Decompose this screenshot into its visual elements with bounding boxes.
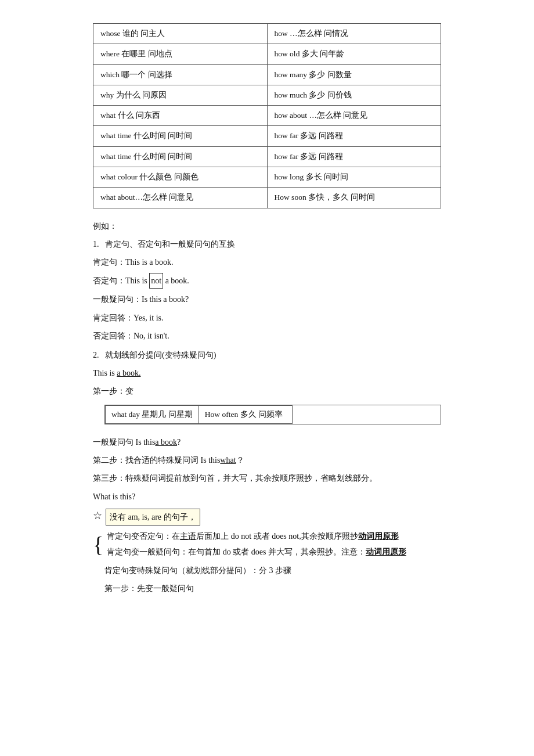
after-brace-line: 肯定句变特殊疑问句（就划线部分提问）：分 3 步骤 [104, 563, 441, 578]
not-boxed: not [149, 273, 163, 289]
table-cell-left: where 在哪里 问地点 [93, 44, 268, 64]
step1-table-wrapper: what day 星期几 问星期 How often 多久 问频率 [104, 402, 441, 431]
section2-example: This is a book. [93, 366, 441, 380]
section2-title-text: 就划线部分提问(变特殊疑问句) [105, 351, 216, 359]
section1-number: 1. [93, 240, 99, 249]
step2-label: 第二步：找合适的特殊疑问词 Is thiswhat？ [93, 453, 441, 467]
step1-table-right: How often 多久 问频率 [199, 405, 292, 423]
sentence-negative: 否定句：This is not a book. [93, 273, 441, 289]
table-cell-left: which 哪一个 问选择 [93, 64, 268, 85]
sentence-affirmative: 肯定句：This is a book. [93, 255, 441, 269]
table-cell-right: How soon 多快，多久 问时间 [267, 188, 441, 208]
subject-underline: 主语 [180, 532, 196, 541]
last-line: 第一步：先变一般疑问句 [104, 581, 441, 596]
section2-title: 2. 就划线部分提问(变特殊疑问句) [93, 348, 441, 362]
brace-section: { 肯定句变否定句：在主语后面加上 do not 或者 does not,其余按… [93, 529, 441, 560]
sentence-no: 否定回答：No, it isn't. [93, 329, 441, 343]
table-cell-left: what time 什么时间 问时间 [93, 146, 268, 167]
step1-inner-table: what day 星期几 问星期 How often 多久 问频率 [104, 405, 441, 424]
table-cell-right: how old 多大 问年龄 [267, 44, 441, 64]
table-cell-right: how …怎么样 问情况 [267, 24, 441, 44]
underlined-a-book-2: a book [155, 438, 177, 447]
step1-sentence: 一般疑问句 Is thisa book? [93, 435, 441, 449]
what-underlined: what [220, 456, 236, 465]
table-cell-right: how long 多长 问时间 [267, 167, 441, 188]
underlined-a-book: a book. [117, 369, 140, 377]
brace-line-2: 肯定句变一般疑问句：在句首加 do 或者 does 并大写，其余照抄。注意：动词… [107, 545, 406, 560]
table-cell-left: whose 谁的 问主人 [93, 24, 268, 44]
brace-content: 肯定句变否定句：在主语后面加上 do not 或者 does not,其余按顺序… [107, 529, 406, 560]
table-cell-right: how far 多远 问路程 [267, 126, 441, 146]
section2-number: 2. [93, 351, 99, 359]
sentence-question: 一般疑问句：Is this a book? [93, 292, 441, 307]
example-label: 例如： [93, 219, 441, 233]
section-2: 2. 就划线部分提问(变特殊疑问句) This is a book. 第一步：变… [93, 348, 441, 504]
step3-label: 第三步：特殊疑问词提前放到句首，并大写，其余按顺序照抄，省略划线部分。 [93, 471, 441, 485]
section1-title-text: 肯定句、否定句和一般疑问句的互换 [105, 240, 235, 249]
table-cell-left: what time 什么时间 问时间 [93, 126, 268, 146]
section-1: 1. 肯定句、否定句和一般疑问句的互换 肯定句：This is a book. … [93, 237, 441, 343]
table-cell-left: what 什么 问东西 [93, 106, 268, 126]
section1-title: 1. 肯定句、否定句和一般疑问句的互换 [93, 237, 441, 251]
brace-symbol: { [93, 529, 103, 560]
star-text: 没有 am, is, are 的句子， [106, 509, 200, 525]
table-cell-left: why 为什么 问原因 [93, 85, 268, 105]
table-cell-right: how many 多少 问数量 [267, 64, 441, 85]
table-cell-right: how about …怎么样 问意见 [267, 106, 441, 126]
table-cell-right: how far 多远 问路程 [267, 146, 441, 167]
star-section: ☆ 没有 am, is, are 的句子， [93, 509, 441, 525]
vocabulary-table: whose 谁的 问主人how …怎么样 问情况where 在哪里 问地点how… [93, 23, 441, 208]
table-cell-left: what about…怎么样 问意见 [93, 188, 268, 208]
brace-line-1: 肯定句变否定句：在主语后面加上 do not 或者 does not,其余按顺序… [107, 529, 406, 545]
sentence-yes: 肯定回答：Yes, it is. [93, 311, 441, 325]
wh-table: whose 谁的 问主人how …怎么样 问情况where 在哪里 问地点how… [93, 23, 441, 208]
step3-sentence: What is this? [93, 489, 441, 504]
verb-base-2: 动词用原形 [366, 548, 406, 556]
step1-table-left: what day 星期几 问星期 [106, 405, 199, 423]
table-cell-left: what colour 什么颜色 问颜色 [93, 167, 268, 188]
step1-label: 第一步：变 [93, 384, 441, 398]
table-cell-right: how much 多少 问价钱 [267, 85, 441, 105]
verb-base-1: 动词用原形 [358, 532, 399, 541]
star-icon: ☆ [93, 509, 102, 523]
